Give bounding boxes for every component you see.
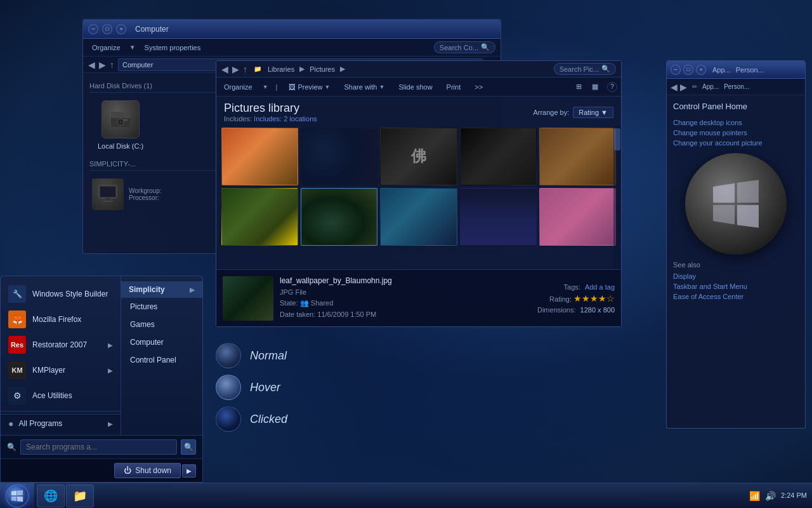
thumbnail-8[interactable] — [380, 188, 457, 246]
shutdown-button[interactable]: ⏻ Shut down — [114, 463, 181, 478]
rating-stars[interactable]: ★★★★☆ — [573, 293, 615, 304]
arrange-value: Rating — [579, 109, 599, 116]
control-panel-window: ─ □ × App... Person... ◀ ▶ ✏ App... Pers… — [666, 60, 806, 429]
organize-btn[interactable]: Organize — [88, 43, 124, 53]
local-disk-item[interactable]: Local Disk (C:) — [92, 100, 149, 150]
taskbar-clock[interactable]: 2:24 PM — [781, 491, 807, 500]
pics-print-btn[interactable]: Print — [443, 82, 465, 92]
pics-forward-btn[interactable]: ▶ — [232, 64, 239, 74]
thumbnail-2[interactable] — [301, 128, 377, 185]
menu-separator — [1, 411, 121, 411]
pictures-library-title: Pictures library — [224, 102, 317, 115]
taskbar-item-explorer[interactable]: 📁 — [66, 485, 94, 507]
pics-more-btn[interactable]: >> — [471, 82, 487, 92]
pics-preview-btn[interactable]: 🖼 Preview ▼ — [285, 82, 334, 92]
up-btn[interactable]: ↑ — [110, 60, 114, 70]
simplicity-arrow: ▶ — [190, 286, 195, 293]
cp-minimize-btn[interactable]: ─ — [671, 65, 681, 75]
pics-up-btn[interactable]: ↑ — [243, 64, 247, 74]
cp-forward-btn[interactable]: ▶ — [680, 82, 687, 92]
submenu-computer[interactable]: Computer — [121, 333, 202, 351]
pics-back-btn[interactable]: ◀ — [221, 64, 228, 74]
preview-state: State: 👥 Shared — [280, 298, 444, 309]
thumbnail-7[interactable] — [301, 188, 377, 246]
start-search-button[interactable]: 🔍 — [181, 439, 196, 455]
submenu-control-panel[interactable]: Control Panel — [121, 351, 202, 369]
tags-label-text: Tags: — [564, 283, 580, 291]
computer-search[interactable]: Search Co... 🔍 — [434, 41, 495, 53]
cp-title1: App... — [712, 66, 731, 74]
submenu-games[interactable]: Games — [121, 316, 202, 333]
cp-person-btn[interactable]: Person... — [724, 83, 749, 90]
cp-back-btn[interactable]: ◀ — [671, 82, 678, 92]
scrollbar-thumb[interactable] — [614, 128, 620, 150]
cp-home-link[interactable]: Control Panel Home — [673, 102, 799, 111]
cp-see-also-link-2[interactable]: Taskbar and Start Menu — [673, 283, 799, 290]
pics-title-section: Pictures library Includes: Includes: 2 l… — [224, 102, 317, 123]
start-item-wsb[interactable]: 🔧 Windows Style Builder — [1, 281, 121, 307]
cp-see-also-link-3[interactable]: Ease of Access Center — [673, 293, 799, 300]
local-disk-label: Local Disk (C:) — [98, 142, 143, 150]
pics-slideshow-btn[interactable]: Slide show — [395, 82, 436, 92]
start-button[interactable] — [0, 483, 34, 509]
start-item-firefox[interactable]: 🦊 Mozilla Firefox — [1, 307, 121, 332]
taskbar-items: 🌐 📁 — [34, 483, 96, 508]
arrange-by-dropdown[interactable]: Rating ▼ — [573, 107, 613, 118]
system-properties-btn[interactable]: System properties — [141, 43, 205, 53]
window-maximize-btn[interactable]: □ — [102, 24, 112, 34]
dimensions-value: 812 x 508 — [580, 306, 615, 314]
back-btn[interactable]: ◀ — [88, 60, 95, 70]
cp-app-btn[interactable]: App... — [702, 83, 719, 90]
simplicity-item[interactable]: Simplicity ▶ — [121, 281, 202, 298]
start-item-kmplayer[interactable]: KM KMPlayer ▶ — [1, 358, 121, 383]
start-orb — [6, 485, 29, 507]
preview-label: Preview — [298, 83, 322, 91]
start-search-input[interactable] — [20, 439, 177, 455]
cp-maximize-btn[interactable]: □ — [683, 65, 693, 75]
cp-edit-btn[interactable]: ✏ — [692, 83, 697, 90]
taskbar-item-ie[interactable]: 🌐 — [37, 485, 65, 507]
start-item-restorator[interactable]: Res Restorator 2007 ▶ — [1, 332, 121, 358]
shutdown-arrow-button[interactable]: ▶ — [182, 464, 196, 478]
pics-locations-link[interactable]: Includes: 2 locations — [254, 115, 317, 123]
pics-search-text: Search Pic... — [560, 65, 599, 73]
cp-link-1[interactable]: Change desktop icons — [673, 119, 799, 126]
start-menu-left-panel: 🔧 Windows Style Builder 🦊 Mozilla Firefo… — [1, 276, 121, 435]
view-toggle-btn[interactable]: ▦ — [592, 83, 598, 91]
cp-link-2[interactable]: Change mouse pointers — [673, 129, 799, 137]
thumbnail-4[interactable] — [460, 128, 537, 185]
view-options-btn[interactable]: ⊞ — [576, 83, 582, 91]
pictures-search[interactable]: Search Pic... 🔍 — [554, 63, 616, 75]
thumbnail-3[interactable]: 佛 — [380, 128, 457, 185]
window-minimize-btn[interactable]: ─ — [88, 24, 98, 34]
ace-icon: ⚙ — [8, 387, 26, 404]
start-menu-top: 🔧 Windows Style Builder 🦊 Mozilla Firefo… — [1, 276, 202, 435]
km-icon: KM — [8, 361, 26, 379]
km-arrow: ▶ — [108, 367, 113, 374]
all-programs-item[interactable]: ● All Programs ▶ — [1, 414, 121, 432]
thumbnail-6[interactable] — [221, 188, 298, 246]
add-tag-link[interactable]: Add a tag — [585, 283, 615, 291]
breadcrumb-libraries[interactable]: Libraries — [268, 65, 294, 73]
cp-link-3[interactable]: Change your account picture — [673, 139, 799, 147]
thumbnail-5[interactable] — [539, 128, 616, 185]
preview-dropdown-arrow: ▼ — [325, 84, 331, 90]
pics-organize-btn[interactable]: Organize — [220, 82, 256, 92]
pics-share-btn[interactable]: Share with ▼ — [340, 82, 388, 92]
demo-hover: Hover — [216, 375, 287, 400]
submenu-pictures[interactable]: Pictures — [121, 298, 202, 316]
breadcrumb-pictures[interactable]: Pictures — [310, 65, 335, 73]
arrange-dropdown-arrow: ▼ — [601, 109, 608, 116]
thumbnail-10[interactable] — [539, 188, 616, 246]
thumbnail-1[interactable] — [221, 128, 298, 185]
wsb-icon: 🔧 — [8, 285, 26, 303]
ie-icon: 🌐 — [44, 489, 58, 503]
start-item-ace[interactable]: ⚙ Ace Utilities — [1, 383, 121, 408]
cp-close-btn[interactable]: × — [696, 65, 706, 75]
cp-see-also-link-1[interactable]: Display — [673, 272, 799, 280]
svg-rect-7 — [105, 198, 110, 201]
thumbnail-9[interactable] — [460, 188, 537, 246]
window-close-btn[interactable]: × — [116, 24, 126, 34]
help-btn[interactable]: ? — [607, 82, 617, 92]
forward-btn[interactable]: ▶ — [99, 60, 106, 70]
